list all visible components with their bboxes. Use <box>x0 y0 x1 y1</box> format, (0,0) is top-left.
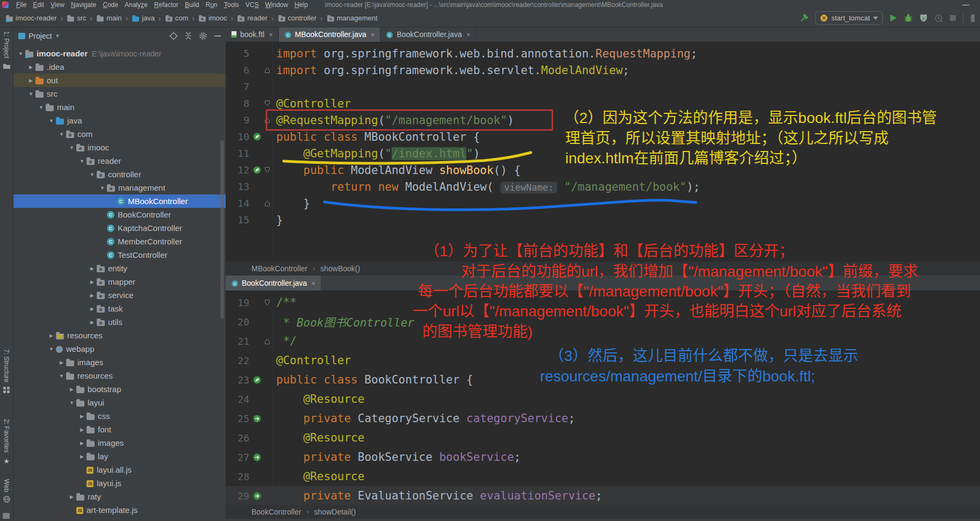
code-line-28[interactable]: 28 @Resource <box>226 467 980 486</box>
tree-item-java[interactable]: ▼java <box>13 114 226 127</box>
breadcrumb-item-java[interactable]: java <box>132 14 155 22</box>
breadcrumb-item-src[interactable]: src <box>67 14 86 22</box>
code-line-21[interactable]: 21 */ <box>226 331 980 351</box>
stop-button[interactable] <box>949 15 956 21</box>
code-line-11[interactable]: 11 @GetMapping("/index.html") <box>226 145 980 162</box>
tree-item-resources[interactable]: ▶resources <box>13 329 226 342</box>
tree-item-art-template.js[interactable]: JSart-template.js <box>13 503 226 517</box>
tree-item-main[interactable]: ▼main <box>13 100 226 114</box>
code-line-13[interactable]: 13 return new ModelAndView( viewName: "/… <box>226 178 980 195</box>
profiler-button[interactable] <box>934 14 943 23</box>
code-line-7[interactable]: 7 <box>226 78 980 95</box>
menu-analyze[interactable]: Analyze <box>121 1 151 9</box>
tree-item-layui[interactable]: ▼layui <box>13 396 226 409</box>
stripe-item-favorites[interactable]: 2: Favorites★ <box>0 419 13 466</box>
tree-item-imooc-reader[interactable]: ▼imooc-readerE:\java\imooc-reader <box>13 47 226 60</box>
menu-code[interactable]: Code <box>99 1 121 9</box>
code-line-19[interactable]: 19/** <box>226 293 980 312</box>
code-line-5[interactable]: 5import org.springframework.web.bind.ann… <box>226 45 980 62</box>
close-icon[interactable]: × <box>269 31 273 39</box>
tree-item-MemberController[interactable]: CMemberController <box>13 235 226 248</box>
code-line-29[interactable]: 29 private EvaluationService evaluationS… <box>226 486 980 505</box>
tab-book.ftl[interactable]: book.ftl× <box>226 27 279 42</box>
menu-refactor[interactable]: Refactor <box>151 1 182 9</box>
tree-item-layui.js[interactable]: JSlayui.js <box>13 476 226 490</box>
menu-window[interactable]: Window <box>262 1 291 9</box>
tree-item-images[interactable]: ▶images <box>13 356 226 369</box>
tree-item-resources[interactable]: ▼resources <box>13 369 226 382</box>
menu-navigate[interactable]: Navigate <box>68 1 99 9</box>
code-line-20[interactable]: 20 * Book图书Controller <box>226 312 980 331</box>
hide-panel-icon[interactable] <box>214 32 221 40</box>
tool-window-toggle-icon[interactable] <box>3 513 10 519</box>
tree-item-.idea[interactable]: ▶.idea <box>13 60 226 74</box>
menu-view[interactable]: View <box>47 1 68 9</box>
breadcrumb-class[interactable]: MBookController <box>251 264 307 273</box>
code-line-22[interactable]: 22@Controller <box>226 351 980 370</box>
breadcrumb-item-reader[interactable]: reader <box>237 14 268 22</box>
tree-item-service[interactable]: ▶service <box>13 288 226 302</box>
build-hammer-icon[interactable] <box>799 13 809 23</box>
close-icon[interactable]: × <box>311 279 315 287</box>
run-with-coverage-button[interactable] <box>919 13 928 23</box>
tree-item-task[interactable]: ▶task <box>13 302 226 315</box>
tree-item-raty[interactable]: ▶raty <box>13 490 226 503</box>
tree-item-controller[interactable]: ▼controller <box>13 168 226 181</box>
tree-item-webapp[interactable]: ▼webapp <box>13 342 226 356</box>
breadcrumb-item-imooc[interactable]: imooc <box>198 14 227 22</box>
code-line-6[interactable]: 6import org.springframework.web.servlet.… <box>226 62 980 78</box>
tree-item-font[interactable]: ▶font <box>13 423 226 436</box>
tree-item-images[interactable]: ▶images <box>13 436 226 450</box>
project-view-selector[interactable]: Project ▼ <box>18 32 60 40</box>
tree-item-management[interactable]: ▼management <box>13 181 226 194</box>
minimize-button[interactable]: — <box>962 1 969 9</box>
tree-item-MBookController[interactable]: CMBookController <box>13 194 226 208</box>
settings-gear-icon[interactable] <box>199 32 207 40</box>
code-line-25[interactable]: 25 private CategoryService categoryServi… <box>226 409 980 428</box>
tree-item-out[interactable]: ▶out <box>13 74 226 87</box>
breadcrumb-item-management[interactable]: management <box>327 14 378 22</box>
menu-run[interactable]: Run <box>203 1 221 9</box>
tab-MBookController.java[interactable]: CMBookController.java× <box>279 27 381 42</box>
tree-item-reader[interactable]: ▼reader <box>13 154 226 168</box>
code-line-27[interactable]: 27 private BookService bookService; <box>226 447 980 467</box>
locate-file-icon[interactable] <box>169 32 178 40</box>
breadcrumb-class[interactable]: BookController <box>251 508 301 516</box>
close-icon[interactable]: × <box>371 31 375 39</box>
close-icon[interactable]: × <box>466 31 471 39</box>
menu-file[interactable]: File <box>13 1 30 9</box>
run-button[interactable] <box>889 14 897 22</box>
tree-item-lay[interactable]: ▶lay <box>13 450 226 463</box>
code-line-10[interactable]: 10public class MBookController { <box>226 128 980 145</box>
breadcrumb-method[interactable]: showDetail() <box>314 508 356 516</box>
menu-edit[interactable]: Edit <box>30 1 47 9</box>
code-line-12[interactable]: 12 public ModelAndView showBook() { <box>226 162 980 178</box>
breadcrumb-method[interactable]: showBook() <box>320 264 360 273</box>
tree-item-src[interactable]: ▼src <box>13 87 226 100</box>
collapse-all-icon[interactable] <box>184 32 192 40</box>
stripe-item-web[interactable]: Web <box>0 479 13 505</box>
menu-help[interactable]: Help <box>291 1 311 9</box>
stripe-item-project[interactable]: 1: Project <box>0 31 13 71</box>
tree-item-BookController[interactable]: CBookController <box>13 208 226 221</box>
breadcrumb-item-controller[interactable]: controller <box>278 14 316 22</box>
tree-item-imooc[interactable]: ▼imooc <box>13 141 226 154</box>
code-line-8[interactable]: 8@Controller <box>226 95 980 112</box>
tree-item-TestController[interactable]: CTestController <box>13 248 226 262</box>
menu-vcs[interactable]: VCS <box>242 1 262 9</box>
breadcrumb-item-main[interactable]: main <box>96 14 121 22</box>
menu-tools[interactable]: Tools <box>221 1 242 9</box>
tree-item-com[interactable]: ▼com <box>13 127 226 141</box>
code-line-26[interactable]: 26 @Resource <box>226 428 980 447</box>
breadcrumb-item-imooc-reader[interactable]: imooc-reader <box>5 14 57 22</box>
tree-scrollbar[interactable] <box>220 140 224 319</box>
code-line-23[interactable]: 23public class BookController { <box>226 370 980 389</box>
tree-item-entity[interactable]: ▶entity <box>13 262 226 275</box>
stripe-item-structure[interactable]: 7: Structure <box>0 349 13 395</box>
tree-item-bootstrap[interactable]: ▶bootstrap <box>13 382 226 396</box>
tree-item-KaptchaController[interactable]: CKaptchaController <box>13 221 226 235</box>
code-line-9[interactable]: 9@RequestMapping("/management/book") <box>226 112 980 128</box>
breadcrumb-item-com[interactable]: com <box>165 14 189 22</box>
code-line-14[interactable]: 14 } <box>226 195 980 212</box>
tab-BookController.java[interactable]: CBookController.java× <box>226 276 321 291</box>
